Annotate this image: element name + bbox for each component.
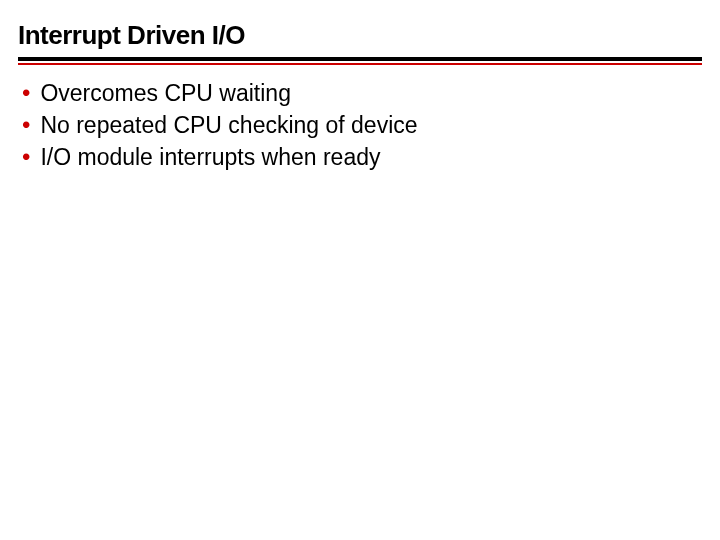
bullet-text: Overcomes CPU waiting xyxy=(40,79,291,109)
bullet-icon: • xyxy=(22,113,30,137)
bullet-list: • Overcomes CPU waiting • No repeated CP… xyxy=(18,79,702,173)
bullet-icon: • xyxy=(22,81,30,105)
list-item: • I/O module interrupts when ready xyxy=(22,143,702,173)
list-item: • No repeated CPU checking of device xyxy=(22,111,702,141)
bullet-text: No repeated CPU checking of device xyxy=(40,111,417,141)
bullet-icon: • xyxy=(22,145,30,169)
slide-title: Interrupt Driven I/O xyxy=(18,20,702,57)
slide-container: Interrupt Driven I/O • Overcomes CPU wai… xyxy=(0,0,720,195)
title-underline-black xyxy=(18,57,702,61)
bullet-text: I/O module interrupts when ready xyxy=(40,143,380,173)
title-underline-red xyxy=(18,63,702,65)
list-item: • Overcomes CPU waiting xyxy=(22,79,702,109)
